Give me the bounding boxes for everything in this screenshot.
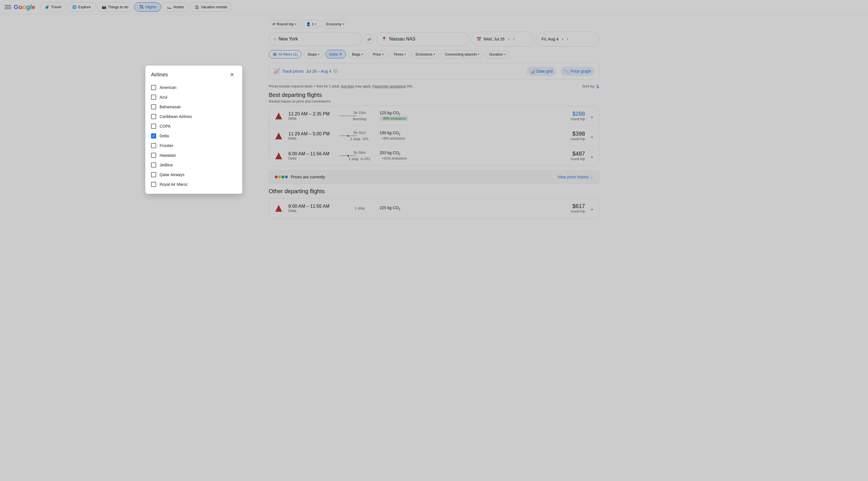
airline-item-label: Delta (160, 134, 169, 138)
list-item[interactable]: JetBlue (148, 160, 240, 170)
airline-item-label: Frontier (160, 143, 173, 148)
list-item[interactable]: American (148, 83, 240, 92)
list-item[interactable]: Bahamasair (148, 102, 240, 112)
modal-overlay: Airlines ✕ AmericanAzulBahamasairCaribbe… (0, 0, 868, 228)
airline-checkbox[interactable] (151, 114, 156, 119)
modal-title: Airlines (151, 72, 168, 78)
list-item[interactable]: Qatar Airways (148, 170, 240, 180)
airlines-list: AmericanAzulBahamasairCaribbean Airlines… (145, 83, 242, 194)
airline-checkbox[interactable] (151, 95, 156, 100)
list-item[interactable]: Azul (148, 92, 240, 102)
airline-item-label: Royal Air Maroc (160, 182, 188, 187)
airline-checkbox[interactable]: ✓ (151, 133, 156, 138)
list-item[interactable]: ✓Delta (148, 131, 240, 141)
list-item[interactable]: Royal Air Maroc (148, 180, 240, 189)
airline-item-label: Bahamasair (160, 104, 181, 109)
airline-item-label: JetBlue (160, 163, 173, 167)
list-item[interactable]: Caribbean Airlines (148, 112, 240, 121)
airline-checkbox[interactable] (151, 182, 156, 187)
airline-item-label: Caribbean Airlines (160, 114, 192, 119)
airlines-modal: Airlines ✕ AmericanAzulBahamasairCaribbe… (145, 66, 242, 194)
airline-item-label: American (160, 85, 176, 90)
list-item[interactable]: Hawaiian (148, 151, 240, 160)
list-item[interactable]: COPA (148, 121, 240, 131)
modal-header: Airlines ✕ (145, 66, 242, 83)
airline-checkbox[interactable] (151, 153, 156, 158)
airline-checkbox[interactable] (151, 85, 156, 90)
airline-checkbox[interactable] (151, 104, 156, 109)
airline-checkbox[interactable] (151, 162, 156, 167)
airline-checkbox[interactable] (151, 172, 156, 177)
airline-checkbox[interactable] (151, 124, 156, 129)
airline-item-label: COPA (160, 124, 171, 129)
airline-item-label: Hawaiian (160, 153, 176, 158)
airline-checkbox[interactable] (151, 143, 156, 148)
list-item[interactable]: Frontier (148, 141, 240, 151)
airline-item-label: Qatar Airways (160, 172, 184, 177)
airline-item-label: Azul (160, 95, 167, 99)
modal-close-button[interactable]: ✕ (227, 70, 237, 79)
